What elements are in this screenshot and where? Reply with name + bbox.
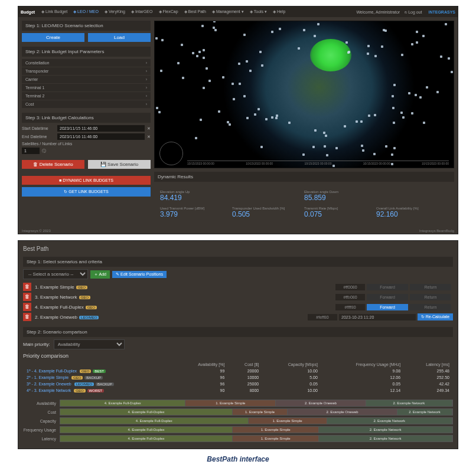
nav-intargeo[interactable]: ◈IntarGEO — [131, 9, 153, 14]
scenario-link[interactable]: 1º - 4. Example Full-Duplex — [27, 369, 77, 373]
globe-compass-icon[interactable] — [159, 142, 183, 165]
bar-segment[interactable]: 2. Example Network — [366, 400, 452, 406]
bestpath-title: Best Path — [18, 241, 458, 257]
color-input[interactable]: #ff0080 — [335, 284, 365, 290]
bar-segment[interactable]: 2. Example Network — [319, 436, 452, 441]
nav-veryking[interactable]: ◈VeryKing — [105, 9, 125, 14]
forward-button[interactable]: Forward — [367, 304, 408, 310]
nav-link-budget[interactable]: ◈Link Budget — [41, 9, 67, 14]
color-input[interactable]: #ffff80 — [335, 304, 365, 310]
accordion-carrier[interactable]: Carrier› — [22, 76, 151, 83]
step1-header: Step 1: LEO/MEO Scenario selection — [22, 21, 151, 31]
table-row: 4º - 3. Example Network GEOWORST90800010… — [23, 387, 453, 394]
priority-bar: Frequency Usage4. Example Full-Duplex1. … — [23, 426, 453, 433]
bar-segment[interactable]: 4. Example Full-Duplex — [60, 409, 233, 415]
scenario-row: 🗑4. Example Full-DuplexGEO#ffff80Forward… — [23, 303, 453, 311]
metric-2: Used Transmit Power [dBW]3.979 — [160, 207, 232, 218]
create-button[interactable]: Create — [22, 33, 84, 42]
bar-segment[interactable]: 2. Example Network — [327, 418, 452, 424]
clear-icon[interactable]: ✕ — [147, 135, 151, 139]
priority-comparison-header: Priority comparison — [23, 353, 453, 359]
chevron-right-icon: › — [146, 86, 147, 90]
bar-segment[interactable]: 2. Example Oneweb — [288, 409, 397, 415]
delete-icon[interactable]: 🗑 — [23, 313, 31, 321]
bar-segment[interactable]: 2. Example Network — [397, 409, 452, 415]
table-row: 2º - 1. Example Simple GEOBACKUP96100005… — [23, 374, 453, 381]
copyright: Integrasys © 2023 — [22, 229, 51, 233]
bar-segment[interactable]: 4. Example Full-Duplex — [60, 427, 233, 433]
nav-leo-meo[interactable]: ◈LEO / MEO — [73, 9, 99, 14]
accordion-terminal-2[interactable]: Terminal 2› — [22, 92, 151, 100]
bp-step2-header: Step 2: Scenario comparison — [23, 327, 453, 337]
welcome-text: Welcome, Administrator — [356, 10, 400, 14]
scenario-select[interactable]: -- Select a scenario -- — [23, 269, 88, 279]
get-link-budgets-button[interactable]: ↻ GET LINK BUDGETS — [22, 187, 151, 197]
bar-segment[interactable]: 2. Example Oneweb — [276, 400, 366, 406]
forward-button[interactable]: Forward — [367, 294, 408, 300]
bar-segment[interactable]: 4. Example Full-Duplex — [60, 400, 185, 406]
satellites-label: Satellites / Number of Links — [22, 142, 87, 146]
priority-bar: Cost4. Example Full-Duplex1. Example Sim… — [23, 408, 453, 416]
accordion-terminal-1[interactable]: Terminal 1› — [22, 84, 151, 91]
top-navbar: Budget ◈Link Budget◈LEO / MEO◈VeryKing◈I… — [18, 6, 458, 17]
scenario-link[interactable]: 3º - 2. Example Oneweb — [27, 382, 71, 386]
chevron-right-icon: › — [146, 69, 147, 73]
bar-segment[interactable]: 1. Example Simple — [233, 436, 319, 441]
add-scenario-button[interactable]: ＋ Add — [90, 270, 110, 279]
nav-flexcap[interactable]: ◈FlexCap — [159, 9, 178, 14]
delete-scenario-button[interactable]: 🗑 Delete Scenario — [22, 160, 84, 169]
main-priority-select[interactable]: Availability — [54, 339, 125, 349]
calc-date-input[interactable]: 2023-10-23 11:20 — [339, 314, 416, 320]
scenario-link[interactable]: 4º - 3. Example Network — [27, 388, 71, 392]
return-button[interactable]: Return — [410, 294, 451, 300]
bar-segment[interactable]: 4. Example Full-Duplex — [60, 436, 233, 441]
return-button[interactable]: Return — [410, 304, 451, 310]
bar-segment[interactable]: 2. Example Network — [319, 427, 452, 433]
info-icon[interactable]: ⓘ — [42, 148, 46, 154]
accordion-cost[interactable]: Cost› — [22, 100, 151, 108]
satellites-input[interactable]: 1 — [22, 148, 40, 154]
start-datetime-label: Start Datetime — [22, 126, 57, 130]
forward-button[interactable]: Forward — [367, 284, 408, 290]
accordion-constellation[interactable]: Constellation› — [22, 59, 151, 67]
chevron-right-icon: › — [146, 77, 147, 81]
color-input[interactable]: #feff80 — [308, 314, 337, 320]
globe-timeline[interactable]: 10/15/2023 00:00:0010/15/2023 00:00:0010… — [187, 161, 449, 166]
logout-link[interactable]: ⎋ Log out — [405, 10, 422, 14]
figure-caption: BestPath interface — [0, 455, 476, 463]
delete-icon[interactable]: 🗑 — [23, 293, 31, 301]
globe-view[interactable]: 10/15/2023 00:00:0010/15/2023 00:00:0010… — [154, 21, 454, 168]
clear-icon[interactable]: ✕ — [147, 126, 151, 131]
bestpath-panel: Best Path Step 1: Select scenarios and c… — [18, 240, 458, 449]
nav-best-path[interactable]: ◈Best Path — [184, 9, 206, 14]
edit-positions-button[interactable]: ✎ Edit Scenario Positions — [112, 271, 167, 278]
dynamic-results-header: Dynamic Results — [154, 172, 454, 182]
bar-segment[interactable]: 4. Example Full-Duplex — [60, 418, 249, 424]
scenario-link[interactable]: 2º - 1. Example Simple — [27, 375, 69, 380]
metric-0: Elevation angle Up84.419 — [160, 190, 304, 202]
save-scenario-button[interactable]: 💾 Save Scenario — [88, 160, 151, 169]
scenario-row: 🗑2. Example OnewebLEO/MEO#feff802023-10-… — [23, 313, 453, 321]
recalculate-button[interactable]: ↻ Re-Calculate — [418, 313, 453, 320]
end-datetime-input[interactable]: 2023/11/16 11:46:00 — [57, 133, 145, 140]
start-datetime-input[interactable]: 2023/11/15 11:46:00 — [57, 125, 145, 132]
bar-segment[interactable]: 1. Example Simple — [249, 418, 327, 424]
nav-tools[interactable]: ◈Tools ▾ — [250, 9, 267, 14]
metric-1: Elevation angle Down85.859 — [304, 190, 448, 202]
end-datetime-label: End Datetime — [22, 135, 57, 139]
comparison-table: Availability [%]Cost [$]Capacity [Mbps]F… — [23, 361, 453, 394]
nav-management[interactable]: ◈Management ▾ — [212, 9, 244, 14]
chevron-right-icon: › — [146, 61, 147, 65]
load-button[interactable]: Load — [88, 33, 151, 42]
nav-help[interactable]: ◈Help — [273, 9, 285, 14]
bar-segment[interactable]: 1. Example Simple — [233, 427, 319, 433]
delete-icon[interactable]: 🗑 — [23, 283, 31, 291]
return-button[interactable]: Return — [410, 284, 451, 290]
bar-segment[interactable]: 1. Example Simple — [185, 400, 276, 406]
bar-segment[interactable]: 1. Example Simple — [233, 409, 288, 415]
dynamic-link-budgets-button[interactable]: ■ DYNAMIC LINK BUDGETS — [22, 176, 151, 185]
delete-icon[interactable]: 🗑 — [23, 303, 31, 311]
color-input[interactable]: #ffb080 — [335, 294, 365, 300]
accordion-transponder[interactable]: Transponder› — [22, 67, 151, 75]
left-column: Step 1: LEO/MEO Scenario selection Creat… — [18, 17, 154, 228]
